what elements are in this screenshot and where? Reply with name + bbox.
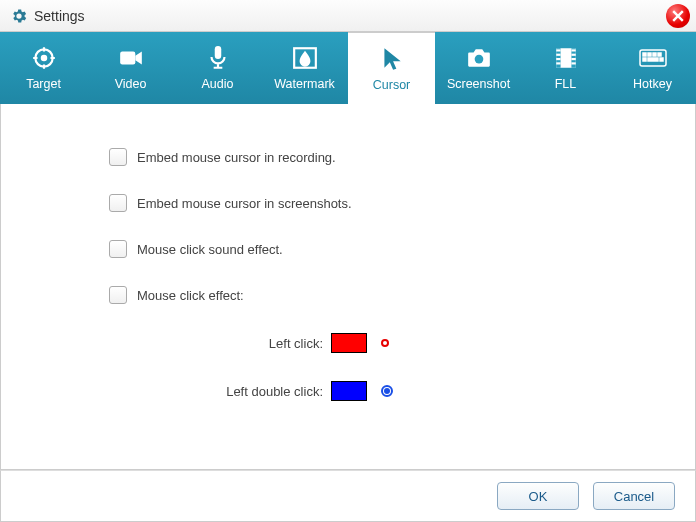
svg-rect-12 — [556, 62, 560, 64]
svg-rect-13 — [571, 49, 575, 51]
tab-screenshot[interactable]: Screenshot — [435, 32, 522, 104]
svg-rect-20 — [653, 53, 656, 56]
left-double-click-label: Left double click: — [1, 384, 331, 399]
checkbox-click-sound[interactable] — [109, 240, 127, 258]
tab-watermark[interactable]: Watermark — [261, 32, 348, 104]
svg-rect-2 — [120, 52, 135, 65]
svg-rect-15 — [571, 58, 575, 60]
option-embed-screenshots: Embed mouse cursor in screenshots. — [109, 194, 695, 212]
tab-label: Video — [115, 77, 147, 91]
svg-rect-18 — [643, 53, 646, 56]
svg-rect-23 — [648, 58, 658, 61]
titlebar: Settings — [0, 0, 696, 32]
left-double-click-color-swatch[interactable] — [331, 381, 367, 401]
tab-bar: Target Video Audio Watermark Cursor — [0, 32, 696, 104]
cancel-button[interactable]: Cancel — [593, 482, 675, 510]
svg-point-1 — [41, 56, 45, 60]
svg-rect-19 — [648, 53, 651, 56]
svg-rect-16 — [571, 62, 575, 64]
filmstrip-icon — [553, 45, 579, 71]
left-double-click-color-row: Left double click: — [1, 380, 695, 402]
option-click-sound: Mouse click sound effect. — [109, 240, 695, 258]
tab-hotkey[interactable]: Hotkey — [609, 32, 696, 104]
ok-button[interactable]: OK — [497, 482, 579, 510]
svg-rect-24 — [660, 58, 663, 61]
checkbox-embed-screenshots[interactable] — [109, 194, 127, 212]
svg-rect-11 — [556, 58, 560, 60]
keyboard-icon — [639, 45, 667, 71]
option-label: Embed mouse cursor in recording. — [137, 150, 336, 165]
option-click-effect: Mouse click effect: — [109, 286, 695, 304]
cursor-icon — [381, 46, 403, 72]
svg-rect-3 — [214, 46, 221, 59]
tab-label: FLL — [555, 77, 577, 91]
click-effect-colors: Left click: Left double click: — [1, 332, 695, 402]
target-icon — [31, 45, 57, 71]
option-label: Embed mouse cursor in screenshots. — [137, 196, 352, 211]
tab-fll[interactable]: FLL — [522, 32, 609, 104]
tab-cursor[interactable]: Cursor — [348, 32, 435, 104]
left-double-click-indicator-icon — [381, 385, 393, 397]
cursor-settings-panel: Embed mouse cursor in recording. Embed m… — [0, 104, 696, 470]
svg-rect-22 — [643, 58, 646, 61]
gear-icon — [10, 7, 28, 25]
settings-window: Settings Target Video Audio — [0, 0, 696, 522]
option-label: Mouse click sound effect. — [137, 242, 283, 257]
window-title: Settings — [34, 8, 85, 24]
option-label: Mouse click effect: — [137, 288, 244, 303]
tab-label: Target — [26, 77, 61, 91]
left-click-color-swatch[interactable] — [331, 333, 367, 353]
option-embed-recording: Embed mouse cursor in recording. — [109, 148, 695, 166]
tab-label: Screenshot — [447, 77, 510, 91]
svg-rect-21 — [658, 53, 661, 56]
camera-icon — [466, 45, 492, 71]
checkbox-embed-recording[interactable] — [109, 148, 127, 166]
svg-rect-9 — [556, 49, 560, 51]
tab-label: Watermark — [274, 77, 335, 91]
left-click-color-row: Left click: — [1, 332, 695, 354]
left-click-indicator-icon — [381, 339, 389, 347]
tab-video[interactable]: Video — [87, 32, 174, 104]
svg-rect-10 — [556, 54, 560, 56]
close-button[interactable] — [666, 4, 690, 28]
microphone-icon — [207, 45, 229, 71]
tab-label: Audio — [202, 77, 234, 91]
video-icon — [118, 45, 144, 71]
svg-rect-14 — [571, 54, 575, 56]
watermark-icon — [292, 45, 318, 71]
tab-target[interactable]: Target — [0, 32, 87, 104]
svg-point-5 — [474, 55, 483, 64]
checkbox-click-effect[interactable] — [109, 286, 127, 304]
tab-label: Cursor — [373, 78, 411, 92]
left-click-label: Left click: — [1, 336, 331, 351]
tab-label: Hotkey — [633, 77, 672, 91]
tab-audio[interactable]: Audio — [174, 32, 261, 104]
dialog-footer: OK Cancel — [0, 470, 696, 522]
